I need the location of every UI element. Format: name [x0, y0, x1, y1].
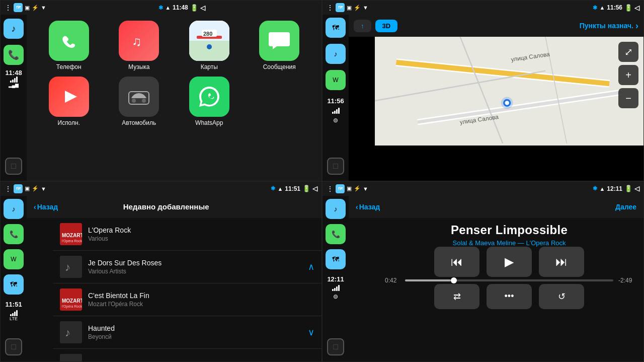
map-area[interactable]: улица Салова улица Салова ⤢ + −: [375, 37, 643, 146]
repeat-button[interactable]: ↺: [539, 284, 584, 309]
album-thumb-3: MOZART l'Opéra Rock: [60, 288, 82, 311]
app-videos[interactable]: Исполн.: [37, 77, 101, 126]
time-q2: 11:56: [607, 4, 622, 11]
list-item-opera-rock[interactable]: MOZART l'Opéra Rock L'Opera Rock Various: [53, 218, 321, 251]
app-carplay[interactable]: Автомобиль: [107, 77, 172, 126]
phone-icon: [49, 21, 89, 61]
battery-q2: 🔋: [624, 4, 632, 12]
bt-q1: ✱: [158, 5, 163, 11]
sidebar-maps-icon-q2[interactable]: 🗺: [326, 18, 346, 38]
status-center-q1: ✱ ▲ 11:48 🔋 ◁: [158, 4, 205, 12]
arrow-icon-q2: ▼: [363, 5, 368, 11]
sidebar-music-icon-q4[interactable]: ♪: [326, 199, 346, 219]
app-phone[interactable]: Телефон: [37, 21, 101, 70]
status-left-q3: ⋮ 🗺 ▣ ⚡ ▼: [5, 184, 46, 193]
play-icon: ▶: [505, 255, 514, 269]
app-maps[interactable]: 280 Карты: [177, 21, 242, 70]
sidebar-music-icon[interactable]: ♪: [4, 19, 24, 39]
map-zoom-in-btn[interactable]: +: [618, 65, 638, 85]
3d-btn[interactable]: 3D: [375, 20, 398, 32]
menu-dots-q2: ⋮: [327, 4, 334, 12]
sidebar-music-icon-q3[interactable]: ♪: [4, 199, 24, 219]
app-messages[interactable]: Сообщения: [248, 21, 312, 70]
menu-dots-q4: ⋮: [327, 185, 334, 193]
svg-point-24: [505, 101, 509, 105]
menu-dots-q3: ⋮: [5, 185, 12, 193]
music-icon: ♫: [119, 21, 159, 61]
q1-sidebar: ♪ 📞 11:48 ▂▄▆ □: [1, 15, 27, 181]
home-button-q4[interactable]: □: [327, 338, 344, 355]
wifi-q4-sidebar: ⊚: [333, 293, 338, 300]
sidebar-whatsapp-icon-q2[interactable]: W: [326, 70, 346, 90]
q2-sidebar: 🗺 ♪ W 11:56 ⊚ □: [323, 15, 349, 181]
shuffle-button[interactable]: ⇄: [434, 284, 479, 309]
back-q2: ◁: [634, 4, 639, 12]
progress-bar[interactable]: [405, 279, 613, 281]
q3-content-wrap: ‹ Назад Недавно добавленные MOZART l'Opé…: [27, 196, 321, 363]
status-left-q1: ⋮ 🗺 ▣ ⚡ ▼: [5, 3, 46, 12]
whatsapp-label: WhatsApp: [195, 119, 223, 126]
dest-label: Пункты назнач.: [580, 22, 633, 30]
more-button[interactable]: •••: [487, 284, 532, 309]
list-item-music90[interactable]: ♪ Музыка 90-х: [53, 349, 321, 363]
svg-text:MOZART: MOZART: [62, 298, 82, 304]
sidebar-maps-icon-q3[interactable]: 🗺: [4, 274, 24, 295]
app-grid: Телефон ♫ Музыка 280: [27, 15, 321, 132]
messages-label: Сообщения: [263, 63, 296, 70]
app-music[interactable]: ♫ Музыка: [107, 21, 172, 70]
list-item-haunted[interactable]: ♪ Haunted Beyoncй ∨: [53, 316, 321, 349]
sidebar-maps-icon-q4[interactable]: 🗺: [326, 249, 346, 269]
list-title-2: Je Dors Sur Des Roses: [88, 259, 302, 267]
sidebar-phone-icon[interactable]: 📞: [4, 45, 24, 65]
back-button-q3[interactable]: ‹ Назад: [34, 203, 58, 211]
wifi-q4: ▲: [599, 186, 605, 192]
sidebar-whatsapp-icon-q3[interactable]: W: [4, 249, 24, 269]
quadrant-home: ⋮ 🗺 ▣ ⚡ ▼ ✱ ▲ 11:48 🔋 ◁ ♪ 📞 11:48 ▂: [0, 0, 322, 181]
back-button-q4[interactable]: ‹ Назад: [356, 203, 380, 211]
phone-label: Телефон: [56, 63, 82, 70]
map-controls: ⤢ + −: [618, 42, 638, 108]
time-q1: 11:48: [173, 4, 188, 11]
app-whatsapp[interactable]: WhatsApp: [177, 77, 242, 126]
album-thumb-2: ♪: [60, 256, 82, 278]
play-pause-button[interactable]: ▶: [487, 247, 532, 277]
map-zoom-out-btn[interactable]: −: [618, 88, 638, 108]
time-q4: 12:11: [607, 185, 622, 192]
svg-point-11: [142, 99, 146, 103]
rewind-icon: ⏮: [451, 255, 463, 269]
list-artist-2: Various Artists: [88, 268, 302, 275]
status-bar-q2: ⋮ 🗺 ▣ ⚡ ▼ ✱ ▲ 11:56 🔋 ◁: [323, 1, 643, 15]
progress-fill: [405, 279, 451, 281]
svg-text:♫: ♫: [132, 34, 142, 49]
sidebar-lte-q3: LTE: [10, 316, 18, 321]
next-button-q4[interactable]: Далее: [615, 203, 636, 211]
svg-text:MOZART: MOZART: [62, 233, 82, 238]
album-thumb-4: ♪: [60, 321, 82, 343]
sidebar-music-icon-q2[interactable]: ♪: [326, 44, 346, 64]
back-q3: ◁: [312, 185, 317, 192]
svg-point-10: [132, 99, 136, 103]
back-label-q4: Назад: [359, 203, 380, 211]
svg-rect-33: [60, 321, 82, 343]
home-button-q2[interactable]: □: [327, 158, 344, 175]
map-expand-btn[interactable]: ⤢: [618, 42, 638, 62]
wifi-q2: ▲: [599, 5, 605, 11]
whatsapp-icon: [189, 77, 229, 117]
home-button-q3[interactable]: □: [5, 338, 22, 355]
sidebar-phone-icon-q4[interactable]: 📞: [326, 224, 346, 244]
list-item-je-dors[interactable]: ♪ Je Dors Sur Des Roses Various Artists …: [53, 251, 321, 283]
nav-destination[interactable]: Пункты назнач. ›: [580, 21, 638, 31]
svg-text:♪: ♪: [65, 326, 70, 339]
rewind-button[interactable]: ⏮: [434, 247, 479, 277]
expand-icon: ⤢: [624, 46, 633, 58]
signal-bars-q3: [10, 310, 18, 316]
sidebar-phone-icon-q3[interactable]: 📞: [4, 224, 24, 244]
fast-forward-button[interactable]: ⏭: [539, 247, 584, 277]
svg-rect-35: [60, 354, 82, 363]
list-item-cest-bientot[interactable]: MOZART l'Opéra Rock C'est Bientot La Fin…: [53, 283, 321, 316]
compass-btn[interactable]: ↑: [354, 20, 371, 32]
q2-nav-header: ↑ 3D Пункты назнач. ›: [349, 15, 643, 37]
back-q4: ◁: [634, 185, 639, 192]
player-content: Penser Limpossible Solal & Maeva Meline …: [375, 218, 643, 314]
home-button-q1[interactable]: □: [5, 158, 22, 175]
